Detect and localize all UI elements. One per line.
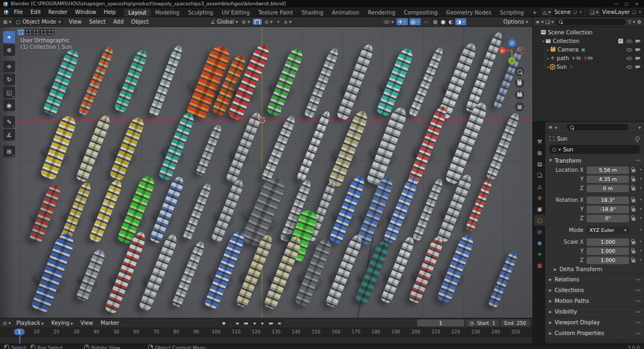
current-frame-field[interactable]: 1 [417, 319, 464, 326]
properties-tab-render[interactable]: ◍ [534, 147, 545, 158]
outliner-row-scene-collection[interactable]: Scene Collection [533, 28, 644, 37]
spaceship[interactable] [109, 115, 147, 181]
workspace-tab-shading[interactable]: Shading [297, 9, 328, 17]
spaceship[interactable] [158, 111, 196, 181]
spaceship[interactable] [195, 123, 223, 177]
tool-rotate[interactable]: ↻ [3, 74, 15, 85]
panel-visibility[interactable]: ▶Visibility══ [545, 306, 644, 317]
spaceship[interactable] [304, 47, 340, 119]
panel-grip-icon[interactable]: ══ [635, 299, 640, 304]
chevron-down-icon[interactable]: ▼ [638, 126, 641, 129]
navigation-gizmo[interactable]: Z X Y [498, 35, 526, 67]
viewport-menu-view[interactable]: View [65, 18, 85, 25]
spaceship[interactable] [336, 42, 376, 121]
properties-tab-collection[interactable]: ▣ [534, 203, 545, 214]
value-field[interactable]: 1.000 [587, 238, 629, 246]
start-value[interactable]: 1 [492, 321, 495, 326]
panel-grip-icon[interactable]: ══ [635, 277, 640, 282]
shading-wireframe-button[interactable]: ◍ [431, 18, 440, 25]
snap-target-dropdown[interactable]: ⊙▼ [265, 19, 273, 25]
viewport-3d[interactable]: User Orthographic (1) Collection | Sun ➤… [0, 27, 532, 318]
properties-tab-texture[interactable]: ▦ [534, 260, 545, 271]
snap-toggle[interactable] [253, 19, 262, 25]
spaceship[interactable] [486, 111, 521, 180]
eye-icon[interactable] [626, 55, 632, 61]
tool-cursor[interactable]: ⊕ [3, 44, 15, 56]
tool-select-box[interactable]: ➤ [3, 31, 15, 43]
snapping-dropdown[interactable]: ⊘▼ [241, 19, 250, 25]
prev-keyframe-button[interactable]: ◀◀ [241, 319, 250, 326]
select-mode-intersect[interactable] [47, 29, 54, 35]
properties-tab-view-layer[interactable]: ❏ [534, 170, 545, 180]
orientation-selector[interactable]: ∠ Global ▼ [211, 19, 238, 25]
spaceship[interactable] [149, 43, 185, 117]
panel-grip-icon[interactable]: ══ [635, 331, 640, 336]
spaceship[interactable] [40, 114, 78, 181]
panel-viewport-display[interactable]: ▶Viewport Display══ [545, 317, 644, 328]
render-visibility-icon[interactable] [635, 64, 641, 69]
properties-editor-icon[interactable]: ≡ [548, 125, 553, 130]
visibility-dropdown[interactable]: ▼ [384, 19, 394, 25]
tool-scale[interactable]: ◱ [3, 86, 15, 98]
value-field[interactable]: 1.000 [587, 248, 629, 255]
close-icon[interactable]: × [579, 10, 583, 14]
properties-tab-output[interactable]: ▤ [534, 158, 545, 169]
gizmo-toggle[interactable]: ✛▼ [397, 18, 408, 25]
spaceship[interactable] [114, 48, 149, 113]
spaceship[interactable] [42, 47, 81, 116]
timeline-menu-view[interactable]: View [77, 319, 97, 326]
panel-custom-properties[interactable]: ▶Custom Properties══ [545, 328, 644, 338]
lock-icon[interactable] [632, 199, 635, 202]
lock-icon[interactable] [632, 217, 635, 221]
filter-options-icon[interactable]: ⚙ [637, 19, 641, 25]
lock-icon[interactable] [632, 187, 635, 191]
playhead[interactable] [19, 335, 20, 344]
render-visibility-icon[interactable] [635, 47, 641, 52]
delta-transform-panel[interactable]: ▶ Delta Transform [545, 265, 644, 274]
select-mode-subtract[interactable] [32, 29, 39, 35]
workspace-tab-geometry-nodes[interactable]: Geometry Nodes [442, 9, 495, 17]
animate-dot-icon[interactable]: • [638, 177, 644, 181]
lock-icon[interactable] [632, 241, 635, 244]
spaceship[interactable] [76, 248, 107, 302]
timeline-menu-playback[interactable]: Playback ▼ [12, 319, 47, 326]
copy-icon[interactable]: ❏ [632, 10, 636, 14]
animate-dot-icon[interactable]: • [638, 258, 644, 263]
display-mode-icon[interactable]: ❏ [545, 19, 550, 25]
lock-icon[interactable] [632, 259, 635, 263]
panel-motion-paths[interactable]: ▶Motion Paths══ [545, 295, 644, 306]
render-visibility-icon[interactable] [635, 56, 641, 61]
tool-measure[interactable]: ∡ [3, 129, 15, 141]
menu-window[interactable]: Window [71, 9, 100, 16]
minimize-button[interactable]: — [614, 2, 618, 6]
chevron-right-icon[interactable]: ▸ [546, 48, 551, 52]
properties-tab-tool[interactable]: ⚒ [534, 136, 545, 147]
outliner-search-input[interactable] [555, 19, 626, 25]
zoom-button[interactable] [515, 67, 524, 76]
menu-file[interactable]: File [10, 9, 27, 16]
play-reverse-button[interactable]: ◀ [250, 319, 258, 326]
render-visibility-icon[interactable] [635, 39, 641, 43]
xray-toggle[interactable]: ▱ [422, 18, 430, 25]
panel-collections[interactable]: ▶Collections══ [545, 285, 644, 295]
filter-funnel-icon[interactable]: ▽ [627, 19, 631, 25]
value-field[interactable]: 4.35 m [587, 176, 629, 183]
proportional-edit-toggle[interactable]: • [275, 19, 281, 25]
shading-material-preview-button[interactable]: ◐ [447, 18, 455, 25]
play-button[interactable]: ▶ [258, 319, 267, 326]
checkbox-icon[interactable]: ✓ [618, 39, 623, 43]
outliner-editor-icon[interactable]: ≡ [536, 19, 540, 25]
tool-annotate[interactable]: ✎ [3, 116, 15, 128]
animate-dot-icon[interactable]: • [638, 198, 644, 202]
timeline-menu-marker[interactable]: Marker [97, 319, 123, 326]
falloff-dropdown[interactable]: ∧▼ [284, 19, 291, 25]
breadcrumb-object[interactable]: Sun [557, 136, 567, 142]
spaceship[interactable] [266, 46, 305, 117]
spaceship[interactable] [261, 114, 297, 183]
next-keyframe-button[interactable]: ▶▶ [267, 319, 275, 326]
tool-transform[interactable]: ◉ [3, 99, 15, 111]
value-field[interactable]: 18.3° [587, 197, 629, 204]
panel-grip-icon[interactable]: ══ [635, 288, 640, 293]
value-field[interactable]: 0° [587, 215, 629, 222]
menu-render[interactable]: Render [45, 9, 71, 16]
